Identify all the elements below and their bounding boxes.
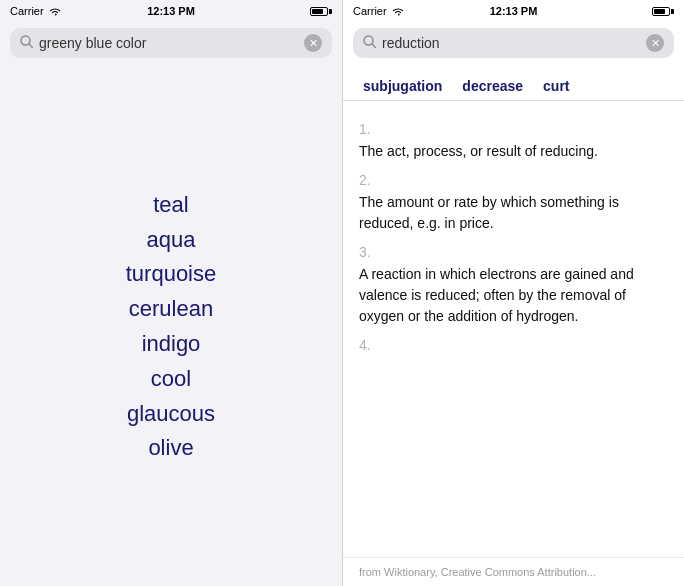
definitions-list: 1.The act, process, or result of reducin… bbox=[343, 101, 684, 557]
right-time: 12:13 PM bbox=[490, 5, 538, 17]
wifi-icon bbox=[48, 6, 62, 16]
word-list: tealaquaturquoiseceruleanindigocoolglauc… bbox=[0, 68, 342, 586]
def-text: The act, process, or result of reducing. bbox=[359, 141, 668, 162]
left-search-input[interactable] bbox=[39, 35, 298, 51]
word-item[interactable]: cerulean bbox=[129, 294, 213, 325]
right-carrier: Carrier bbox=[353, 5, 405, 17]
def-text: A reaction in which electrons are gained… bbox=[359, 264, 668, 327]
left-panel: Carrier 12:13 PM bbox=[0, 0, 342, 586]
word-item[interactable]: olive bbox=[148, 433, 193, 464]
word-item[interactable]: turquoise bbox=[126, 259, 217, 290]
related-tab[interactable]: decrease bbox=[452, 72, 533, 100]
attribution: from Wiktionary, Creative Commons Attrib… bbox=[343, 557, 684, 586]
right-status-right bbox=[652, 7, 674, 16]
right-clear-button[interactable]: ✕ bbox=[646, 34, 664, 52]
related-tab[interactable]: subjugation bbox=[353, 72, 452, 100]
word-item[interactable]: glaucous bbox=[127, 399, 215, 430]
left-status-right bbox=[310, 7, 332, 16]
battery-icon bbox=[310, 7, 332, 16]
def-text: The amount or rate by which something is… bbox=[359, 192, 668, 234]
left-carrier: Carrier bbox=[10, 5, 62, 17]
right-search-icon bbox=[363, 34, 376, 52]
wifi-icon-right bbox=[391, 6, 405, 16]
word-item[interactable]: cool bbox=[151, 364, 191, 395]
search-icon bbox=[20, 34, 33, 52]
svg-line-3 bbox=[372, 44, 376, 48]
right-battery-icon bbox=[652, 7, 674, 16]
related-tab[interactable]: curt bbox=[533, 72, 579, 100]
left-status-bar: Carrier 12:13 PM bbox=[0, 0, 342, 22]
related-tabs: subjugationdecreasecurt bbox=[343, 68, 684, 101]
word-item[interactable]: teal bbox=[153, 190, 188, 221]
right-search-input[interactable] bbox=[382, 35, 640, 51]
word-item[interactable]: indigo bbox=[142, 329, 201, 360]
left-carrier-text: Carrier bbox=[10, 5, 44, 17]
def-number: 4. bbox=[359, 337, 668, 353]
right-panel: Carrier 12:13 PM bbox=[342, 0, 684, 586]
word-item[interactable]: aqua bbox=[147, 225, 196, 256]
svg-line-1 bbox=[29, 44, 33, 48]
left-clear-button[interactable]: ✕ bbox=[304, 34, 322, 52]
right-carrier-text: Carrier bbox=[353, 5, 387, 17]
def-number: 3. bbox=[359, 244, 668, 260]
left-time: 12:13 PM bbox=[147, 5, 195, 17]
left-search-bar[interactable]: ✕ bbox=[10, 28, 332, 58]
def-number: 2. bbox=[359, 172, 668, 188]
right-search-bar[interactable]: ✕ bbox=[353, 28, 674, 58]
right-status-bar: Carrier 12:13 PM bbox=[343, 0, 684, 22]
def-number: 1. bbox=[359, 121, 668, 137]
